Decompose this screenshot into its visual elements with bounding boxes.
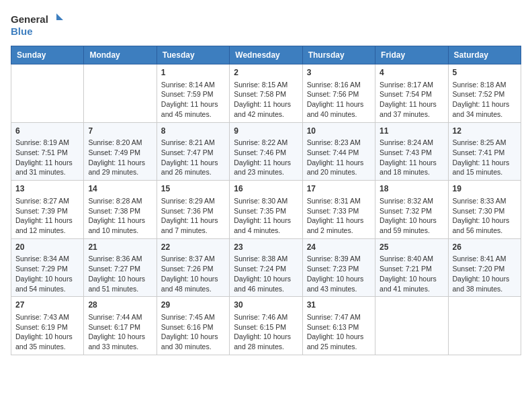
day-info: Sunrise: 8:22 AM Sunset: 7:46 PM Dayligh… <box>234 138 298 177</box>
day-number: 23 <box>234 242 298 253</box>
calendar-day-cell <box>84 64 157 123</box>
day-info: Sunrise: 7:47 AM Sunset: 6:13 PM Dayligh… <box>307 312 371 352</box>
day-number: 1 <box>161 67 225 79</box>
calendar-day-cell: 2Sunrise: 8:15 AM Sunset: 7:58 PM Daylig… <box>230 64 302 123</box>
calendar-day-cell: 22Sunrise: 8:37 AM Sunset: 7:26 PM Dayli… <box>157 238 229 297</box>
calendar-week-row: 20Sunrise: 8:34 AM Sunset: 7:29 PM Dayli… <box>11 238 521 297</box>
calendar-week-row: 1Sunrise: 8:14 AM Sunset: 7:59 PM Daylig… <box>11 64 521 123</box>
day-number: 22 <box>161 242 225 253</box>
day-header-saturday: Saturday <box>448 46 521 64</box>
day-info: Sunrise: 8:18 AM Sunset: 7:52 PM Dayligh… <box>453 80 517 120</box>
day-number: 9 <box>234 126 298 137</box>
calendar-day-cell: 30Sunrise: 7:46 AM Sunset: 6:15 PM Dayli… <box>230 297 302 355</box>
calendar-day-cell: 31Sunrise: 7:47 AM Sunset: 6:13 PM Dayli… <box>302 297 375 355</box>
day-number: 6 <box>15 126 79 137</box>
logo-svg: General Blue <box>11 11 64 40</box>
day-info: Sunrise: 8:24 AM Sunset: 7:43 PM Dayligh… <box>380 138 443 177</box>
day-number: 26 <box>453 242 517 253</box>
day-info: Sunrise: 7:46 AM Sunset: 6:15 PM Dayligh… <box>234 312 298 352</box>
calendar-week-row: 13Sunrise: 8:27 AM Sunset: 7:39 PM Dayli… <box>11 181 521 239</box>
day-number: 13 <box>15 183 79 195</box>
calendar-day-cell: 12Sunrise: 8:25 AM Sunset: 7:41 PM Dayli… <box>448 122 521 181</box>
day-info: Sunrise: 8:30 AM Sunset: 7:35 PM Dayligh… <box>234 196 298 236</box>
day-info: Sunrise: 7:45 AM Sunset: 6:16 PM Dayligh… <box>161 312 225 352</box>
svg-marker-2 <box>56 13 63 20</box>
calendar-day-cell: 5Sunrise: 8:18 AM Sunset: 7:52 PM Daylig… <box>448 64 521 123</box>
day-header-tuesday: Tuesday <box>157 46 229 64</box>
day-number: 17 <box>307 183 371 195</box>
day-header-wednesday: Wednesday <box>230 46 302 64</box>
svg-text:General: General <box>11 13 48 25</box>
calendar-day-cell <box>11 64 84 123</box>
calendar-day-cell: 20Sunrise: 8:34 AM Sunset: 7:29 PM Dayli… <box>11 238 84 297</box>
calendar-day-cell: 26Sunrise: 8:41 AM Sunset: 7:20 PM Dayli… <box>448 238 521 297</box>
calendar-day-cell: 16Sunrise: 8:30 AM Sunset: 7:35 PM Dayli… <box>230 181 302 239</box>
calendar-day-cell: 10Sunrise: 8:23 AM Sunset: 7:44 PM Dayli… <box>302 122 375 181</box>
day-info: Sunrise: 8:37 AM Sunset: 7:26 PM Dayligh… <box>161 254 225 293</box>
day-info: Sunrise: 8:14 AM Sunset: 7:59 PM Dayligh… <box>161 80 225 120</box>
calendar-day-cell: 4Sunrise: 8:17 AM Sunset: 7:54 PM Daylig… <box>375 64 448 123</box>
calendar-day-cell: 19Sunrise: 8:33 AM Sunset: 7:30 PM Dayli… <box>448 181 521 239</box>
day-info: Sunrise: 8:29 AM Sunset: 7:36 PM Dayligh… <box>161 196 225 236</box>
calendar-day-cell <box>375 297 448 355</box>
day-number: 27 <box>15 300 79 311</box>
calendar-day-cell: 3Sunrise: 8:16 AM Sunset: 7:56 PM Daylig… <box>302 64 375 123</box>
day-number: 4 <box>380 67 443 79</box>
day-number: 14 <box>88 183 152 195</box>
day-number: 11 <box>380 126 443 137</box>
day-number: 29 <box>161 300 225 311</box>
calendar: SundayMondayTuesdayWednesdayThursdayFrid… <box>11 46 521 355</box>
day-number: 18 <box>380 183 443 195</box>
day-number: 7 <box>88 126 152 137</box>
day-number: 2 <box>234 67 298 79</box>
calendar-day-cell: 17Sunrise: 8:31 AM Sunset: 7:33 PM Dayli… <box>302 181 375 239</box>
calendar-day-cell: 14Sunrise: 8:28 AM Sunset: 7:38 PM Dayli… <box>84 181 157 239</box>
calendar-day-cell: 21Sunrise: 8:36 AM Sunset: 7:27 PM Dayli… <box>84 238 157 297</box>
day-number: 3 <box>307 67 371 79</box>
calendar-day-cell: 8Sunrise: 8:21 AM Sunset: 7:47 PM Daylig… <box>157 122 229 181</box>
calendar-day-cell: 23Sunrise: 8:38 AM Sunset: 7:24 PM Dayli… <box>230 238 302 297</box>
day-number: 19 <box>453 183 517 195</box>
day-header-sunday: Sunday <box>11 46 84 64</box>
day-info: Sunrise: 8:17 AM Sunset: 7:54 PM Dayligh… <box>380 80 443 120</box>
day-header-thursday: Thursday <box>302 46 375 64</box>
day-number: 21 <box>88 242 152 253</box>
calendar-day-cell: 29Sunrise: 7:45 AM Sunset: 6:16 PM Dayli… <box>157 297 229 355</box>
day-info: Sunrise: 8:38 AM Sunset: 7:24 PM Dayligh… <box>234 254 298 293</box>
day-info: Sunrise: 8:39 AM Sunset: 7:23 PM Dayligh… <box>307 254 371 293</box>
calendar-day-cell: 18Sunrise: 8:32 AM Sunset: 7:32 PM Dayli… <box>375 181 448 239</box>
day-header-monday: Monday <box>84 46 157 64</box>
day-info: Sunrise: 8:31 AM Sunset: 7:33 PM Dayligh… <box>307 196 371 236</box>
calendar-day-cell: 28Sunrise: 7:44 AM Sunset: 6:17 PM Dayli… <box>84 297 157 355</box>
calendar-day-cell: 1Sunrise: 8:14 AM Sunset: 7:59 PM Daylig… <box>157 64 229 123</box>
day-number: 31 <box>307 300 371 311</box>
day-info: Sunrise: 8:21 AM Sunset: 7:47 PM Dayligh… <box>161 138 225 177</box>
svg-text:Blue: Blue <box>11 26 33 37</box>
day-info: Sunrise: 8:40 AM Sunset: 7:21 PM Dayligh… <box>380 254 443 293</box>
day-number: 30 <box>234 300 298 311</box>
calendar-week-row: 6Sunrise: 8:19 AM Sunset: 7:51 PM Daylig… <box>11 122 521 181</box>
day-number: 5 <box>453 67 517 79</box>
calendar-day-cell <box>448 297 521 355</box>
day-header-friday: Friday <box>375 46 448 64</box>
calendar-day-cell: 13Sunrise: 8:27 AM Sunset: 7:39 PM Dayli… <box>11 181 84 239</box>
day-info: Sunrise: 8:36 AM Sunset: 7:27 PM Dayligh… <box>88 254 152 293</box>
day-info: Sunrise: 8:23 AM Sunset: 7:44 PM Dayligh… <box>307 138 371 177</box>
day-info: Sunrise: 8:41 AM Sunset: 7:20 PM Dayligh… <box>453 254 517 293</box>
calendar-week-row: 27Sunrise: 7:43 AM Sunset: 6:19 PM Dayli… <box>11 297 521 355</box>
calendar-day-cell: 7Sunrise: 8:20 AM Sunset: 7:49 PM Daylig… <box>84 122 157 181</box>
calendar-day-cell: 15Sunrise: 8:29 AM Sunset: 7:36 PM Dayli… <box>157 181 229 239</box>
day-info: Sunrise: 7:44 AM Sunset: 6:17 PM Dayligh… <box>88 312 152 352</box>
day-info: Sunrise: 8:28 AM Sunset: 7:38 PM Dayligh… <box>88 196 152 236</box>
calendar-day-cell: 9Sunrise: 8:22 AM Sunset: 7:46 PM Daylig… <box>230 122 302 181</box>
header: General Blue <box>11 11 521 40</box>
day-info: Sunrise: 8:25 AM Sunset: 7:41 PM Dayligh… <box>453 138 517 177</box>
calendar-day-cell: 24Sunrise: 8:39 AM Sunset: 7:23 PM Dayli… <box>302 238 375 297</box>
day-info: Sunrise: 8:16 AM Sunset: 7:56 PM Dayligh… <box>307 80 371 120</box>
day-info: Sunrise: 8:33 AM Sunset: 7:30 PM Dayligh… <box>453 196 517 236</box>
day-number: 28 <box>88 300 152 311</box>
day-info: Sunrise: 8:20 AM Sunset: 7:49 PM Dayligh… <box>88 138 152 177</box>
calendar-day-cell: 6Sunrise: 8:19 AM Sunset: 7:51 PM Daylig… <box>11 122 84 181</box>
day-info: Sunrise: 8:34 AM Sunset: 7:29 PM Dayligh… <box>15 254 79 293</box>
calendar-day-cell: 27Sunrise: 7:43 AM Sunset: 6:19 PM Dayli… <box>11 297 84 355</box>
